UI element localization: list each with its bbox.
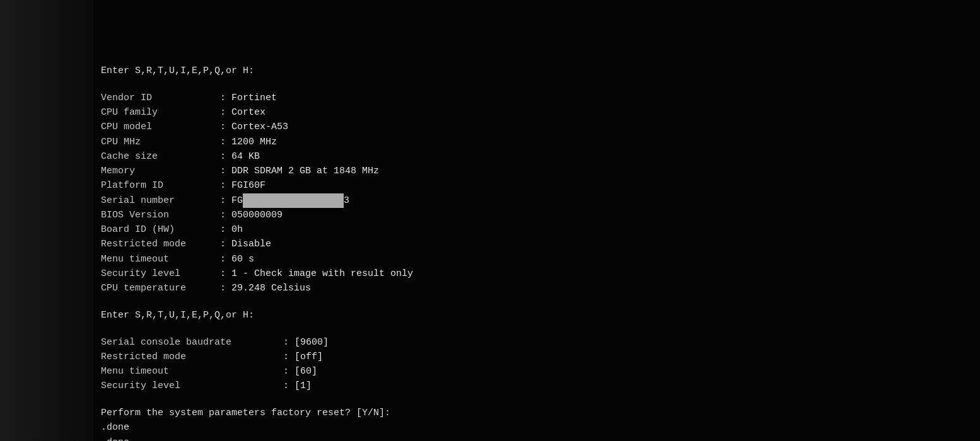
terminal-line — [101, 78, 980, 91]
terminal-line: CPU MHz : 1200 MHz — [101, 135, 980, 149]
terminal-line: Restricted mode : Disable — [101, 237, 980, 251]
terminal-line: BIOS Version : 050000009 — [101, 208, 980, 222]
terminal-line: Perform the system parameters factory re… — [101, 406, 980, 420]
terminal-line: CPU family : Cortex — [101, 105, 980, 120]
terminal-line: Platform ID : FGI60F — [101, 178, 980, 193]
terminal-line: Menu timeout : [60] — [101, 364, 980, 379]
terminal-line: Board ID (HW) : 0h — [101, 222, 980, 237]
redacted-serial: XXXXXXXXXXXXXXXXX — [243, 193, 344, 208]
terminal-line — [101, 323, 980, 335]
terminal-content: Enter S,R,T,U,I,E,P,Q,or H: Vendor ID : … — [98, 35, 980, 442]
left-bar — [0, 0, 93, 441]
terminal-line: Menu timeout : 60 s — [101, 252, 980, 266]
terminal-line: .done — [101, 435, 980, 442]
terminal-line: Serial number : FGXXXXXXXXXXXXXXXXX3 — [101, 193, 980, 208]
terminal-line: CPU model : Cortex-A53 — [101, 120, 980, 134]
terminal-screen[interactable]: Enter S,R,T,U,I,E,P,Q,or H: Vendor ID : … — [93, 0, 980, 441]
terminal-line: .done — [101, 420, 980, 435]
terminal-line: Enter S,R,T,U,I,E,P,Q,or H: — [101, 64, 980, 78]
terminal-line: CPU temperature : 29.248 Celsius — [101, 281, 980, 295]
terminal-line: Security level : [1] — [101, 379, 980, 393]
terminal-line — [101, 295, 980, 308]
terminal-line: Enter S,R,T,U,I,E,P,Q,or H: — [101, 308, 980, 323]
terminal-line: Memory : DDR SDRAM 2 GB at 1848 MHz — [101, 164, 980, 178]
terminal-line: Security level : 1 - Check image with re… — [101, 266, 980, 281]
terminal-line: Cache size : 64 KB — [101, 149, 980, 164]
terminal-line: Restricted mode : [off] — [101, 350, 980, 364]
terminal-line: Vendor ID : Fortinet — [101, 91, 980, 105]
terminal-line: Serial console baudrate : [9600] — [101, 335, 980, 350]
terminal-line — [101, 394, 980, 406]
